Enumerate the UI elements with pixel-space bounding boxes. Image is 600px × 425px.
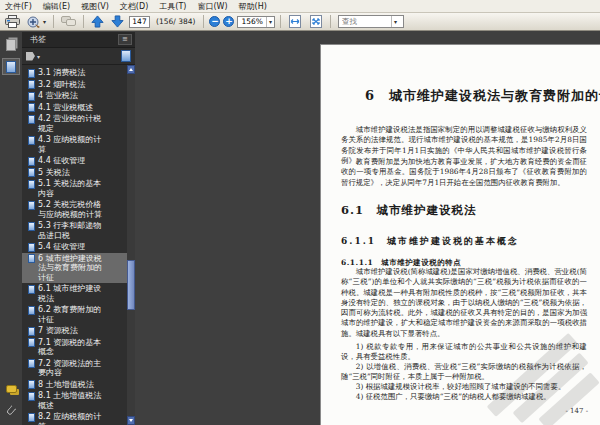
review-comment-button[interactable]	[59, 14, 78, 29]
chapter-title: 6 城市维护建设税法与教育费附加的计征	[365, 87, 600, 105]
bookmark-page-icon	[28, 115, 35, 124]
bookmark-label: 4.3 应纳税额的计算	[38, 135, 108, 154]
bookmark-label: 5.2 关税完税价格与应纳税额的计算	[38, 200, 108, 219]
zoom-in-button[interactable]: +	[223, 16, 234, 27]
expand-current-bookmark-icon[interactable]	[121, 50, 131, 62]
bookmark-label: 6 城市维护建设税法与教育费附加的计征	[38, 254, 108, 283]
fit-width-button[interactable]	[286, 14, 304, 29]
bookmark-label: 6.2 教育费附加的计征	[38, 305, 108, 324]
pages-panel-button[interactable]	[2, 36, 20, 53]
page-number-input[interactable]	[129, 16, 150, 28]
bookmark-tree: 3.1 消费税法 3.2 烟叶税法 4 营业税法 4.1 营业税概述 4.2 营…	[22, 65, 127, 425]
bookmarks-panel-header: 书签 ≡	[22, 32, 135, 48]
bookmark-page-icon	[28, 285, 35, 294]
bookmark-item[interactable]: 5.4 征收管理	[22, 241, 127, 253]
bookmark-label: 3.2 烟叶税法	[38, 80, 85, 90]
toolbar-separator	[330, 15, 331, 28]
bookmark-label: 3.1 消费税法	[38, 68, 85, 78]
scroll-up-button[interactable]	[127, 65, 135, 74]
bookmark-page-icon	[28, 92, 35, 101]
menu-item-document[interactable]: 文档(D)	[120, 1, 148, 12]
bookmark-item[interactable]: 3.1 消费税法	[22, 67, 127, 79]
scroll-down-button[interactable]	[127, 416, 135, 425]
bookmark-page-icon	[28, 392, 35, 401]
bookmark-item[interactable]: 5 关税法	[22, 167, 127, 179]
pdf-page: 6 城市维护建设税法与教育费附加的计征 城市维护建设税法是指国家制定的用以调整城…	[320, 44, 600, 425]
menu-item-window[interactable]: 窗口(W)	[197, 1, 227, 12]
find-input[interactable]	[339, 17, 391, 26]
document-area[interactable]: 6 城市维护建设税法与教育费附加的计征 城市维护建设税法是指国家制定的用以调整城…	[135, 32, 600, 425]
scrollbar-thumb[interactable]	[127, 260, 135, 310]
bookmark-item[interactable]: 7 资源税法	[22, 325, 127, 337]
pages-icon	[6, 39, 16, 51]
menu-item-tools[interactable]: 工具(T)	[159, 1, 186, 12]
list-item: 2) 以增值税、消费税、营业税“三税”实际缴纳的税额作为计税依据，随“三税”同时…	[341, 362, 587, 383]
menu-item-edit[interactable]: 编辑(E)	[43, 1, 70, 12]
panel-scrollbar[interactable]	[127, 65, 135, 425]
menu-item-help[interactable]: 帮助(H)	[239, 1, 267, 12]
bookmark-item[interactable]: 8.1 土地增值税法概述	[22, 390, 127, 411]
subsection-heading: 6.1.1 城市维护建设税的基本概念	[341, 235, 519, 248]
paragraph: 教育费附加是为加快地方教育事业发展，扩大地方教育经费的资金而征收的一项专用基金。…	[341, 157, 587, 188]
bookmark-item[interactable]: 7.2 资源税法的主要内容	[22, 358, 127, 379]
bookmark-page-icon	[28, 69, 35, 78]
bookmark-page-icon	[28, 222, 35, 231]
print-button[interactable]	[3, 14, 22, 29]
bookmark-page-icon	[28, 338, 35, 347]
attachments-panel-button[interactable]	[2, 402, 20, 419]
find-dropdown-icon[interactable]: ▾	[391, 16, 399, 27]
menu-bar: 文件(F) 编辑(E) 视图(V) 文档(D) 工具(T) 窗口(W) 帮助(H…	[0, 0, 600, 13]
bookmark-item[interactable]: 7.1 资源税的基本概念	[22, 337, 127, 358]
bookmark-item[interactable]: 8.2 应纳税额的计算	[22, 411, 127, 425]
bookmark-item[interactable]: 6.2 教育费附加的计征	[22, 304, 127, 325]
menu-item-file[interactable]: 文件(F)	[5, 1, 32, 12]
bookmarks-toolbar: ▾	[22, 48, 135, 65]
comment-bubble-icon	[61, 15, 76, 28]
bookmark-item[interactable]: 5.2 关税完税价格与应纳税额的计算	[22, 199, 127, 220]
list-item: 1) 税款专款专用，用来保证城市的公共事业和公共设施的维护和建设，具有受益税性质…	[341, 342, 587, 363]
bookmark-page-icon	[28, 180, 35, 189]
bookmark-item[interactable]: 4 营业税法	[22, 90, 127, 102]
bookmark-label: 7.2 资源税法的主要内容	[38, 359, 108, 378]
bookmark-item[interactable]: 8 土地增值税法	[22, 379, 127, 391]
fit-width-icon	[288, 15, 302, 28]
main-area: 书签 ≡ ▾ 3.1 消费税法 3.2 烟叶税法 4 营业税法 4.1 营业税概…	[0, 32, 600, 425]
bookmark-item[interactable]: 6.1 城市维护建设税法	[22, 283, 127, 304]
bookmark-label: 5.1 关税法的基本内容	[38, 179, 108, 198]
bookmark-page-icon	[28, 157, 35, 166]
bookmark-item[interactable]: 4.1 营业税概述	[22, 102, 127, 114]
toolbar: ▾ (156	[0, 13, 600, 31]
bookmark-page-icon	[28, 136, 35, 145]
bookmark-page-icon	[28, 254, 35, 263]
export-button[interactable]: ▾	[25, 14, 48, 29]
bookmark-page-icon	[28, 80, 35, 89]
bookmark-tag-icon[interactable]	[26, 52, 35, 61]
bookmark-item[interactable]: 3.2 烟叶税法	[22, 79, 127, 91]
comments-panel-button[interactable]	[2, 380, 20, 397]
bookmark-item[interactable]: 5.1 关税法的基本内容	[22, 178, 127, 199]
fit-page-button[interactable]	[307, 14, 325, 29]
chevron-down-icon[interactable]: ▾	[37, 53, 40, 60]
bookmark-item[interactable]: 4.4 征收管理	[22, 155, 127, 167]
panel-options-button[interactable]: ≡	[118, 34, 132, 45]
zoom-level-select[interactable]: 156% ▾	[237, 16, 274, 28]
chevron-down-icon: ▾	[266, 17, 274, 27]
bookmark-item[interactable]: 4.3 应纳税额的计算	[22, 134, 127, 155]
zoom-level-value: 156%	[238, 17, 265, 26]
bookmark-item[interactable]: 4.2 营业税的计税规定	[22, 113, 127, 134]
bookmark-label: 4 营业税法	[38, 91, 78, 101]
bookmarks-panel-button[interactable]	[2, 58, 20, 75]
bookmark-item[interactable]: 5.3 行李和邮递物品进口税	[22, 220, 127, 241]
page-number-label: - 147 -	[565, 407, 588, 415]
bookmark-item-selected[interactable]: 6 城市维护建设税法与教育费附加的计征	[22, 253, 127, 284]
bookmark-label: 5.4 征收管理	[38, 242, 85, 252]
bookmark-label: 4.1 营业税概述	[38, 103, 93, 113]
bookmark-label: 8.2 应纳税额的计算	[38, 412, 108, 425]
next-page-button[interactable]	[109, 14, 126, 29]
bookmarks-icon	[6, 61, 16, 73]
menu-item-view[interactable]: 视图(V)	[81, 1, 109, 12]
export-dropdown-caret: ▾	[43, 18, 46, 25]
bookmark-page-icon	[28, 380, 35, 389]
previous-page-button[interactable]	[89, 14, 106, 29]
zoom-out-button[interactable]: −	[209, 16, 220, 27]
